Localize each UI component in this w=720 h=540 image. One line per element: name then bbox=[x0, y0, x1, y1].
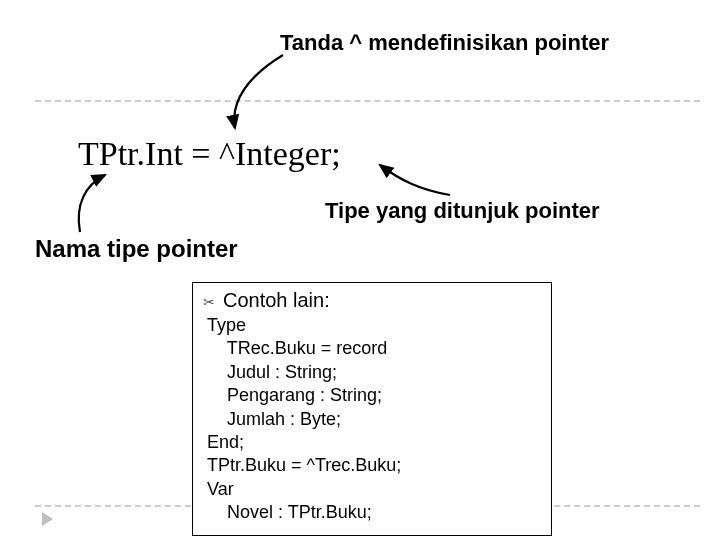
example-code: Type TRec.Buku = record Judul : String; … bbox=[203, 314, 541, 525]
annotation-caret-defines-pointer: Tanda ^ mendefinisikan pointer bbox=[280, 30, 609, 56]
example-title: Contoh lain: bbox=[203, 289, 541, 312]
annotation-pointed-type: Tipe yang ditunjuk pointer bbox=[325, 198, 600, 224]
divider-top bbox=[35, 100, 700, 102]
slide-marker-icon bbox=[42, 512, 53, 526]
annotation-pointer-type-name: Nama tipe pointer bbox=[35, 235, 238, 263]
code-declaration: TPtr.Int = ^Integer; bbox=[78, 135, 341, 173]
example-box: Contoh lain: Type TRec.Buku = record Jud… bbox=[192, 282, 552, 536]
